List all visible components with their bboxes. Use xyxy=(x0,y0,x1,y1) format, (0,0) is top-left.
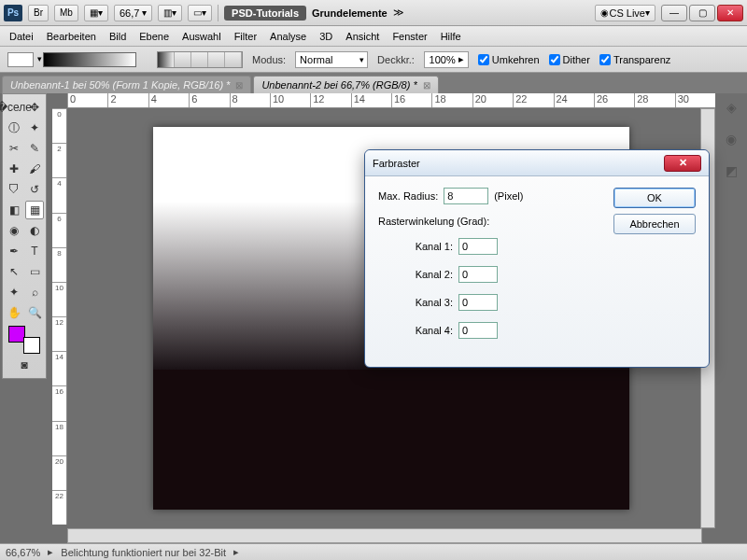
color-swatches[interactable] xyxy=(5,326,44,354)
view-extras-button[interactable]: ▥▾ xyxy=(158,5,182,21)
pixel-label: (Pixel) xyxy=(494,190,523,202)
blur-tool-icon[interactable]: ◉ xyxy=(5,221,23,240)
background-swatch[interactable] xyxy=(23,337,40,354)
dialog-title: Farbraster xyxy=(373,158,420,169)
more-icon[interactable]: ≫ xyxy=(393,7,404,19)
ruler-vertical: 0246810121416182022 xyxy=(52,108,67,525)
menu-bild[interactable]: Bild xyxy=(109,31,126,42)
gradient-angle[interactable] xyxy=(191,52,208,67)
gradient-tool-icon[interactable]: ▦ xyxy=(25,201,44,219)
move-tool-icon[interactable]: �селе xyxy=(5,98,23,117)
menu-hilfe[interactable]: Hilfe xyxy=(441,31,461,42)
menu-datei[interactable]: Datei xyxy=(9,31,34,42)
workspace-name[interactable]: PSD-Tutorials xyxy=(224,6,306,21)
adjust-panel-icon[interactable]: ◩ xyxy=(721,161,741,181)
dodge-tool-icon[interactable]: ◐ xyxy=(25,221,44,240)
menu-ebene[interactable]: Ebene xyxy=(139,31,169,42)
dialog-titlebar[interactable]: Farbraster ✕ xyxy=(365,150,709,176)
eraser-tool-icon[interactable]: ◧ xyxy=(5,201,23,219)
scrollbar-horizontal[interactable] xyxy=(67,528,702,543)
close-button[interactable]: ✕ xyxy=(717,5,743,21)
screen-mode-button[interactable]: ▭▾ xyxy=(188,5,212,21)
stamp-tool-icon[interactable]: ⛉ xyxy=(5,180,23,199)
menu-analyse[interactable]: Analyse xyxy=(270,31,306,42)
close-icon[interactable]: ⊠ xyxy=(235,80,243,91)
menu-ansicht[interactable]: Ansicht xyxy=(345,31,379,42)
history-brush-icon[interactable]: ↺ xyxy=(25,180,44,199)
opacity-input[interactable]: 100% ▸ xyxy=(424,51,469,68)
layout-button[interactable]: ▦▾ xyxy=(84,5,108,21)
document-tabs: Unbenannt-1 bei 50% (Form 1 Kopie, RGB/1… xyxy=(0,73,747,93)
options-bar: Modus: Normal Deckkr.: 100% ▸ Umkehren D… xyxy=(0,47,747,73)
gradient-linear[interactable] xyxy=(158,52,175,67)
toolbox: �селе ✥ ⓛ ✦ ✂ ✎ ✚ 🖌 ⛉ ↺ ◧ ▦ ◉ ◐ ✒ T ↖ ▭ … xyxy=(2,93,47,379)
bridge-button[interactable]: Br xyxy=(28,5,49,21)
kanal2-input[interactable] xyxy=(458,266,498,283)
titlebar: Ps Br Mb ▦▾ 66,7 ▾ ▥▾ ▭▾ PSD-Tutorials G… xyxy=(0,0,747,26)
kanal1-input[interactable] xyxy=(458,238,498,255)
gradient-type-group xyxy=(157,51,243,68)
document-label: Grundelemente xyxy=(312,7,388,19)
zoom-tool-icon[interactable]: 🔍 xyxy=(25,303,44,322)
max-radius-label: Max. Radius: xyxy=(378,190,438,202)
type-tool-icon[interactable]: T xyxy=(25,242,44,260)
menu-filter[interactable]: Filter xyxy=(234,31,257,42)
3d-tool-icon[interactable]: ✦ xyxy=(5,283,23,301)
tool-preset-picker[interactable] xyxy=(7,52,34,67)
eyedropper-tool-icon[interactable]: ✎ xyxy=(25,139,44,158)
status-message: Belichtung funktioniert nur bei 32-Bit xyxy=(61,547,226,558)
tab-doc-2[interactable]: Unbenannt-2 bei 66,7% (RGB/8) *⊠ xyxy=(253,76,438,93)
crop-tool-icon[interactable]: ✂ xyxy=(5,139,23,158)
layers-panel-icon[interactable]: ◈ xyxy=(721,97,741,118)
3d-camera-icon[interactable]: ⌕ xyxy=(25,283,44,301)
deckkr-label: Deckkr.: xyxy=(377,54,415,65)
minimize-button[interactable]: — xyxy=(661,5,687,21)
zoom-level[interactable]: 66,7 ▾ xyxy=(114,5,152,21)
maximize-button[interactable]: ▢ xyxy=(689,5,715,21)
status-zoom[interactable]: 66,67% xyxy=(6,547,40,558)
dialog-close-button[interactable]: ✕ xyxy=(664,155,701,172)
right-dock: ◈ ◉ ◩ xyxy=(721,97,745,181)
path-tool-icon[interactable]: ↖ xyxy=(5,262,23,281)
kanal3-label: Kanal 3: xyxy=(378,297,453,308)
wand-tool-icon[interactable]: ✦ xyxy=(25,119,44,137)
ok-button[interactable]: OK xyxy=(613,188,696,208)
hand-tool-icon[interactable]: ✋ xyxy=(5,303,23,322)
minibridge-button[interactable]: Mb xyxy=(54,5,78,21)
menu-bearbeiten[interactable]: Bearbeiten xyxy=(47,31,96,42)
kanal1-label: Kanal 1: xyxy=(378,241,453,252)
dither-checkbox[interactable]: Dither xyxy=(549,54,590,65)
umkehren-checkbox[interactable]: Umkehren xyxy=(478,54,540,65)
max-radius-input[interactable] xyxy=(444,188,488,204)
close-icon[interactable]: ⊠ xyxy=(423,80,430,91)
ps-icon: Ps xyxy=(4,5,22,21)
modus-select[interactable]: Normal xyxy=(295,51,368,68)
gradient-picker[interactable] xyxy=(43,52,136,67)
modus-label: Modus: xyxy=(252,54,286,65)
farbraster-dialog: Farbraster ✕ Max. Radius: (Pixel) Raster… xyxy=(364,149,710,368)
kanal4-label: Kanal 4: xyxy=(378,325,453,336)
pen-tool-icon[interactable]: ✒ xyxy=(5,242,23,260)
transparenz-checkbox[interactable]: Transparenz xyxy=(599,54,670,65)
quickmask-icon[interactable]: ◙ xyxy=(15,356,34,374)
cancel-button[interactable]: Abbrechen xyxy=(613,214,696,234)
kanal3-input[interactable] xyxy=(458,294,498,311)
raster-angle-label: Rasterwinkelung (Grad): xyxy=(378,216,489,227)
gradient-reflected[interactable] xyxy=(208,52,225,67)
brush-tool-icon[interactable]: 🖌 xyxy=(25,160,44,178)
gradient-diamond[interactable] xyxy=(225,52,242,67)
heal-tool-icon[interactable]: ✚ xyxy=(5,160,23,178)
marquee-tool-icon[interactable]: ✥ xyxy=(25,98,44,117)
menu-3d[interactable]: 3D xyxy=(319,31,332,42)
lasso-tool-icon[interactable]: ⓛ xyxy=(5,119,23,137)
kanal2-label: Kanal 2: xyxy=(378,269,453,280)
cslive-button[interactable]: ◉ CS Live ▾ xyxy=(595,5,655,21)
menu-auswahl[interactable]: Auswahl xyxy=(182,31,221,42)
shape-tool-icon[interactable]: ▭ xyxy=(25,262,44,281)
gradient-radial[interactable] xyxy=(175,52,191,67)
menu-fenster[interactable]: Fenster xyxy=(392,31,427,42)
kanal4-input[interactable] xyxy=(458,322,498,339)
color-panel-icon[interactable]: ◉ xyxy=(721,129,741,149)
tab-doc-1[interactable]: Unbenannt-1 bei 50% (Form 1 Kopie, RGB/1… xyxy=(2,76,251,93)
menubar: Datei Bearbeiten Bild Ebene Auswahl Filt… xyxy=(0,26,747,47)
